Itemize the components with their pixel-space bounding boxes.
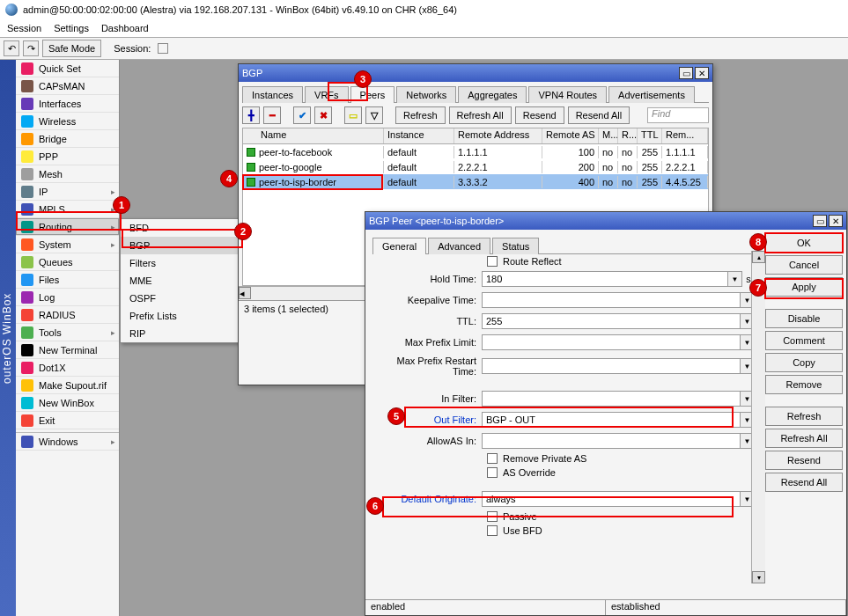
sidebar-item-make-supout-rif[interactable]: Make Supout.rif	[16, 377, 119, 394]
find-input[interactable]: Find	[647, 107, 709, 123]
comment-button[interactable]: Comment	[765, 331, 843, 350]
resend-all-button[interactable]: Resend All	[765, 473, 843, 492]
undo-icon[interactable]: ↶	[4, 40, 19, 56]
col-rem[interactable]: Rem...	[662, 128, 708, 143]
sidebar-item-ip[interactable]: IP▸	[16, 183, 119, 201]
hold-time-field[interactable]: 180	[482, 271, 728, 287]
sidebar-item-tools[interactable]: Tools▸	[16, 324, 119, 341]
filter-button[interactable]: ▽	[365, 106, 383, 124]
scroll-up-icon[interactable]: ▴	[752, 251, 765, 263]
submenu-item-ospf[interactable]: OSPF	[121, 290, 240, 307]
menu-session[interactable]: Session	[7, 23, 41, 33]
menu-settings[interactable]: Settings	[54, 23, 89, 33]
remove-button[interactable]: ━	[263, 106, 281, 124]
table-row[interactable]: peer-to-googledefault2.2.2.1200nono2552.…	[243, 159, 708, 174]
apply-button[interactable]: Apply	[765, 277, 843, 297]
submenu-item-bfd[interactable]: BFD	[121, 219, 240, 237]
remove-private-as-checkbox[interactable]	[487, 453, 498, 464]
table-row[interactable]: peer-to-isp-borderdefault3.3.3.2400nono2…	[243, 174, 708, 189]
tab-vpn4-routes[interactable]: VPN4 Routes	[528, 86, 607, 103]
col-remote-as[interactable]: Remote AS	[542, 128, 599, 143]
scroll-left-icon[interactable]: ◂	[239, 287, 251, 299]
as-override-checkbox[interactable]	[487, 467, 498, 478]
col-ttl[interactable]: TTL	[638, 128, 662, 143]
sidebar-item-mesh[interactable]: Mesh	[16, 165, 119, 183]
sidebar-item-interfaces[interactable]: Interfaces	[16, 95, 119, 113]
sidebar-item-capsman[interactable]: CAPsMAN	[16, 77, 119, 95]
ttl-field[interactable]: 255	[482, 313, 741, 329]
resend-button[interactable]: Resend	[765, 451, 843, 470]
sidebar-item-files[interactable]: Files	[16, 271, 119, 289]
submenu-item-filters[interactable]: Filters	[121, 254, 240, 272]
bgp-titlebar[interactable]: BGP ▭ ✕	[239, 64, 712, 82]
cancel-button[interactable]: Cancel	[765, 255, 843, 275]
tab-status[interactable]: Status	[492, 238, 539, 254]
submenu-item-rip[interactable]: RIP	[121, 325, 240, 342]
sidebar-item-windows[interactable]: Windows▸	[16, 433, 119, 451]
refresh-all-button[interactable]: Refresh All	[449, 106, 512, 124]
scroll-down-icon[interactable]: ▾	[752, 571, 765, 583]
tab-advanced[interactable]: Advanced	[428, 238, 490, 254]
disable-button[interactable]: ✖	[314, 106, 332, 124]
keepalive-field[interactable]	[482, 292, 741, 308]
add-button[interactable]: ╋	[242, 106, 260, 124]
sidebar-item-wireless[interactable]: Wireless	[16, 113, 119, 130]
copy-button[interactable]: Copy	[765, 353, 843, 372]
safe-mode-button[interactable]: Safe Mode	[42, 40, 101, 57]
route-reflect-checkbox[interactable]	[487, 256, 498, 267]
use-bfd-checkbox[interactable]	[487, 525, 498, 536]
sidebar-item-dot1x[interactable]: Dot1X	[16, 359, 119, 377]
sidebar-item-system[interactable]: System▸	[16, 236, 119, 253]
tab-networks[interactable]: Networks	[396, 86, 456, 103]
remove-button[interactable]: Remove	[765, 375, 843, 394]
max-prefix-restart-field[interactable]	[482, 358, 741, 374]
tab-aggregates[interactable]: Aggregates	[458, 86, 527, 103]
sidebar-item-routing[interactable]: Routing▸	[16, 218, 119, 236]
refresh-button[interactable]: Refresh	[395, 106, 446, 124]
col-name[interactable]: Name	[243, 128, 384, 143]
sidebar-item-radius[interactable]: RADIUS	[16, 306, 119, 324]
resend-button[interactable]: Resend	[515, 106, 564, 124]
out-filter-field[interactable]: BGP - OUT	[482, 412, 741, 428]
max-prefix-field[interactable]	[482, 334, 741, 350]
submenu-item-prefix-lists[interactable]: Prefix Lists	[121, 307, 240, 325]
table-row[interactable]: peer-to-facebookdefault1.1.1.1100nono255…	[243, 144, 708, 159]
tab-vrfs[interactable]: VRFs	[305, 86, 349, 103]
col-remote-address[interactable]: Remote Address	[454, 128, 542, 143]
col-m[interactable]: M...	[599, 128, 618, 143]
redo-icon[interactable]: ↷	[23, 40, 39, 56]
sidebar-item-new-terminal[interactable]: New Terminal	[16, 341, 119, 359]
in-filter-field[interactable]	[482, 391, 741, 407]
resend-all-button[interactable]: Resend All	[568, 106, 630, 124]
sidebar-item-exit[interactable]: Exit	[16, 412, 119, 429]
refresh-all-button[interactable]: Refresh All	[765, 429, 843, 448]
tab-general[interactable]: General	[372, 238, 426, 254]
sidebar-item-queues[interactable]: Queues	[16, 253, 119, 271]
sidebar-item-mpls[interactable]: MPLS▸	[16, 201, 119, 218]
tab-instances[interactable]: Instances	[242, 86, 303, 103]
close-icon[interactable]: ✕	[829, 215, 843, 227]
passive-checkbox[interactable]	[487, 511, 498, 522]
sidebar-item-log[interactable]: Log	[16, 289, 119, 306]
refresh-button[interactable]: Refresh	[765, 407, 843, 426]
default-originate-field[interactable]: always	[482, 491, 741, 507]
v-scrollbar[interactable]: ▴ ▾	[751, 251, 765, 583]
submenu-item-mme[interactable]: MME	[121, 272, 240, 290]
close-icon[interactable]: ✕	[695, 67, 709, 79]
comment-button[interactable]: ▭	[344, 106, 362, 124]
hold-time-dropdown-icon[interactable]: ▼	[728, 271, 742, 287]
restore-icon[interactable]: ▭	[813, 215, 827, 227]
col-instance[interactable]: Instance	[384, 128, 454, 143]
disable-button[interactable]: Disable	[765, 309, 843, 328]
allow-as-field[interactable]	[482, 433, 741, 449]
sidebar-item-new-winbox[interactable]: New WinBox	[16, 394, 119, 412]
tab-peers[interactable]: Peers	[350, 86, 395, 103]
restore-icon[interactable]: ▭	[679, 67, 693, 79]
menu-dashboard[interactable]: Dashboard	[101, 23, 149, 33]
sidebar-item-quick-set[interactable]: Quick Set	[16, 60, 119, 77]
tab-advertisements[interactable]: Advertisements	[608, 86, 695, 103]
sidebar-item-ppp[interactable]: PPP	[16, 148, 119, 165]
ok-button[interactable]: OK	[765, 233, 843, 253]
submenu-item-bgp[interactable]: BGP	[121, 237, 240, 254]
col-r[interactable]: R...	[618, 128, 638, 143]
